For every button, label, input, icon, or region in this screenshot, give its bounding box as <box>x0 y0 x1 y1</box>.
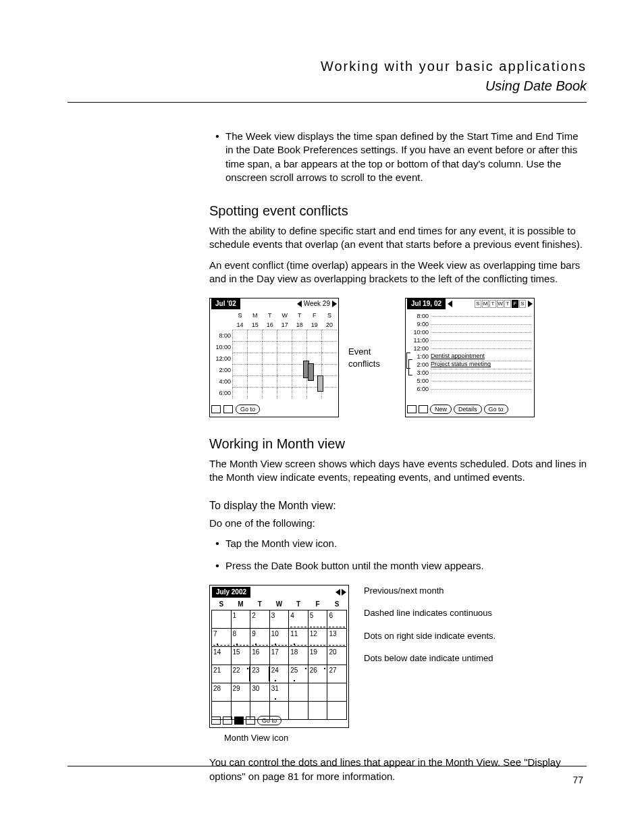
month-cell[interactable]: 18 <box>289 646 308 664</box>
month-cell[interactable]: 9 <box>250 628 270 646</box>
day-strip-S[interactable]: S <box>475 300 481 308</box>
month-cell[interactable]: 3 <box>269 610 289 628</box>
day-strip-S[interactable]: S <box>519 300 526 308</box>
month-view-screenshot: July 2002 SMTWTFS 1234567891011121314151… <box>209 585 349 728</box>
month-prev-icon[interactable] <box>336 589 340 596</box>
month-cell[interactable]: 19 <box>308 646 327 664</box>
day-time-row: 12:00 <box>408 344 531 353</box>
month-cell[interactable]: 30 <box>250 683 270 701</box>
view-icon-day[interactable] <box>211 716 221 725</box>
month-cell[interactable]: 12 <box>308 628 327 646</box>
month-cell[interactable]: 22 <box>231 664 250 683</box>
annot-prev-next: Previous/next month <box>364 585 495 597</box>
day-details-button[interactable]: Details <box>454 405 482 414</box>
view-icon-day[interactable] <box>211 405 221 413</box>
week-day-initials-row: SM TW TF S <box>211 311 337 320</box>
day-next-icon[interactable] <box>528 301 533 307</box>
heading-month-view: Working in Month view <box>209 435 587 453</box>
month-cell[interactable]: 1 <box>231 610 250 628</box>
month-goto-button[interactable]: Go to <box>257 716 281 725</box>
week-goto-button[interactable]: Go to <box>236 405 260 414</box>
month-cell[interactable]: 25 <box>289 664 308 683</box>
annot-dots-right: Dots on right side indicate events. <box>364 630 495 642</box>
week-hour-row: 2:00 <box>211 365 337 376</box>
day-time-row: 3:00 <box>408 369 531 377</box>
month-cell[interactable]: 14 <box>212 646 232 664</box>
week-label: Week 29 <box>304 299 330 309</box>
week-day-numbers-row: 1415 1617 1819 20 <box>211 320 337 330</box>
month-row: 78910111213 <box>212 628 347 646</box>
month-cell[interactable]: 15 <box>231 646 250 664</box>
running-header-subtitle: Using Date Book <box>68 77 587 95</box>
day-strip-T[interactable]: T <box>504 300 511 308</box>
week-hour-row: 8:00 <box>211 330 337 342</box>
week-event-bar <box>317 375 323 392</box>
view-icon-week[interactable] <box>223 405 233 413</box>
day-time-row: 1:00Dentist appointment <box>408 353 531 361</box>
day-view-screenshot: Jul 19, 02 SMTWTFS 8:009:0010:0011:0012:… <box>405 298 535 417</box>
month-cell[interactable]: 24 <box>269 664 289 683</box>
day-time-row: 11:00 <box>408 336 531 344</box>
month-cell[interactable]: 23 <box>250 664 270 683</box>
month-cell[interactable] <box>212 610 232 628</box>
day-strip-M[interactable]: M <box>482 300 489 308</box>
view-icon-agenda[interactable] <box>246 716 255 725</box>
sec2-bullet-2: Press the Date Book button until the mon… <box>225 559 587 573</box>
month-cell[interactable]: 20 <box>327 646 347 664</box>
month-cell[interactable]: 27 <box>327 664 347 683</box>
annot-dashed-line: Dashed line indicates continuous <box>364 607 495 619</box>
month-cell[interactable]: 10 <box>269 628 289 646</box>
view-icon-day[interactable] <box>407 405 417 413</box>
month-cell[interactable]: 17 <box>269 646 289 664</box>
month-cell[interactable]: 29 <box>231 683 250 701</box>
month-cell[interactable] <box>308 683 327 701</box>
month-cell[interactable]: 26 <box>308 664 327 683</box>
month-cell[interactable]: 8 <box>231 628 250 646</box>
day-time-row: 2:00Project status meeting <box>408 361 531 369</box>
week-view-screenshot: Jul '02 Week 29 SM TW <box>209 298 339 417</box>
closing-para: You can control the dots and lines that … <box>209 756 587 783</box>
sec1-para2: An event conflict (time overlap) appears… <box>209 259 587 286</box>
month-cell[interactable]: 4 <box>289 610 308 628</box>
week-hour-row: 12:00 <box>211 353 337 365</box>
month-cell[interactable] <box>289 683 308 701</box>
day-prev-icon[interactable] <box>448 301 452 307</box>
month-cell[interactable]: 2 <box>250 610 270 628</box>
footer-rule <box>68 766 587 766</box>
month-cell[interactable]: 28 <box>212 683 232 701</box>
view-icon-week[interactable] <box>223 716 232 725</box>
week-prev-icon[interactable] <box>297 301 302 307</box>
month-cell[interactable]: 7 <box>212 628 232 646</box>
day-strip-F[interactable]: F <box>512 300 518 308</box>
month-title-chip: July 2002 <box>212 587 250 598</box>
month-cell[interactable]: 31 <box>269 683 289 701</box>
day-goto-button[interactable]: Go to <box>484 405 508 414</box>
subhead-display-month: To display the Month view: <box>209 498 587 513</box>
day-time-row: 5:00 <box>408 377 531 385</box>
month-row: 21222324252627 <box>212 664 347 683</box>
month-cell[interactable]: 11 <box>289 628 308 646</box>
bullet-dot: • <box>209 130 225 184</box>
sec2-lead: Do one of the following: <box>209 517 587 530</box>
month-cell[interactable]: 5 <box>308 610 327 628</box>
week-conflict-bar-2 <box>308 363 314 381</box>
day-new-button[interactable]: New <box>430 405 452 414</box>
day-time-row: 8:00 <box>408 312 531 320</box>
day-strip-W[interactable]: W <box>497 300 504 308</box>
month-cell[interactable]: 6 <box>327 610 347 628</box>
month-cell[interactable]: 16 <box>250 646 270 664</box>
week-hour-row: 10:00 <box>211 342 337 353</box>
month-row: 123456 <box>212 610 347 628</box>
page-number: 77 <box>572 774 583 787</box>
month-cell[interactable]: 13 <box>327 628 347 646</box>
month-cell[interactable] <box>327 683 347 701</box>
header-rule <box>68 102 587 103</box>
day-conflict-bracket-2 <box>408 359 412 375</box>
month-cell[interactable]: 21 <box>212 664 232 683</box>
view-icon-week[interactable] <box>419 405 428 413</box>
day-time-row: 6:00 <box>408 385 531 393</box>
week-next-icon[interactable] <box>332 301 337 307</box>
day-strip-T[interactable]: T <box>489 300 496 308</box>
month-next-icon[interactable] <box>342 589 346 596</box>
month-view-icon[interactable] <box>234 716 244 725</box>
